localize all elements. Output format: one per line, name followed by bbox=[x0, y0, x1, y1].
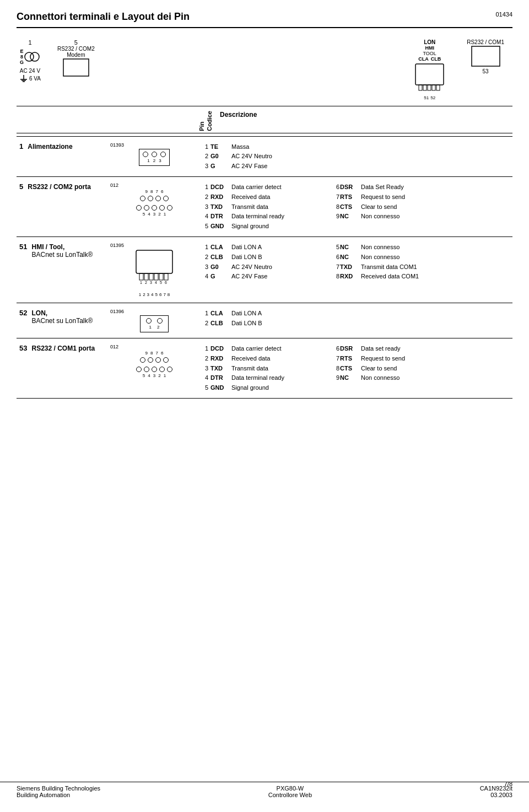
lon-pin-1 bbox=[146, 318, 152, 324]
db9-top-nums2: 9876 bbox=[145, 351, 164, 356]
pin-num: 2 bbox=[198, 252, 209, 262]
svg-rect-7 bbox=[415, 64, 444, 85]
pin-num: 4 bbox=[198, 272, 209, 282]
sec53-pins: 1 DCD Data carrier detect 6 DSR Data set… bbox=[198, 344, 512, 392]
sec51-pins: 1 CLA Dati LON A 5 NC Non connesso 2 CLB… bbox=[198, 243, 512, 281]
pin-desc2: Data Set Ready bbox=[361, 182, 512, 192]
pin-desc2: Transmit data COM1 bbox=[361, 262, 512, 272]
pin-num2: 9 bbox=[328, 212, 339, 222]
db9b-pin-5 bbox=[136, 367, 142, 372]
pin-num2: 6 bbox=[328, 182, 339, 192]
pin-row: 5 GND Signal ground bbox=[198, 383, 512, 393]
pin-circle-3 bbox=[160, 152, 166, 157]
footer-company2: Building Automation bbox=[17, 792, 100, 798]
pin-code: G0 bbox=[209, 152, 231, 162]
clb-label: CLB bbox=[431, 56, 441, 62]
pin-num2: 6 bbox=[328, 344, 339, 354]
lon-block: LON HMI TOOL CLA CLB bbox=[414, 39, 504, 100]
pin-code2: DSR bbox=[339, 344, 361, 354]
pin-row: 3 G0 AC 24V Neutro 7 TXD Transmit data C… bbox=[198, 262, 512, 272]
db9-pin-9 bbox=[140, 196, 145, 201]
lon-pin-label-2: 2 bbox=[157, 325, 159, 330]
sec5-pins: 1 DCD Data carrier detect 6 DSR Data Set… bbox=[198, 182, 512, 231]
pin-code: CLB bbox=[209, 252, 231, 262]
svg-rect-17 bbox=[149, 273, 153, 280]
pin-desc2: Non connesso bbox=[361, 252, 512, 262]
db9-top-row bbox=[140, 196, 169, 201]
pin-row: 1 CLA Dati LON A 5 NC Non connesso bbox=[198, 243, 512, 252]
section-label-hmitool: 51 HMI / Tool, BACnet su LonTalk® bbox=[17, 243, 110, 259]
pin-code2: NC bbox=[339, 243, 361, 252]
svg-text:1: 1 bbox=[140, 281, 142, 284]
pin-desc: Data terminal ready bbox=[231, 373, 328, 383]
section-label-lon: 52 LON, BACnet su LonTalk® bbox=[17, 309, 110, 325]
svg-text:4: 4 bbox=[155, 281, 157, 284]
footer-right: CA1N9232it 03.2003 bbox=[480, 785, 512, 798]
pin-code: CLA bbox=[209, 309, 231, 319]
footer-model: PXG80-W bbox=[268, 785, 312, 792]
pin-desc2: Clear to send bbox=[361, 202, 512, 212]
pin-num2: 8 bbox=[328, 202, 339, 212]
sec5-num: 5 bbox=[19, 182, 23, 191]
pin-label-3: 3 bbox=[159, 158, 161, 163]
svg-rect-12 bbox=[436, 85, 440, 90]
sec53-code: 012 bbox=[110, 344, 118, 349]
footer-left: Siemens Building Technologies Building A… bbox=[17, 785, 100, 798]
section-label-rs232com1: 53 RS232 / COM1 porta bbox=[17, 344, 110, 352]
ac-label: AC 24 V bbox=[20, 68, 40, 74]
pin-row: 1 TE Massa bbox=[198, 142, 512, 152]
db9-bot-row2 bbox=[136, 367, 172, 372]
svg-rect-11 bbox=[432, 85, 435, 90]
pin-code: G0 bbox=[209, 262, 231, 272]
section-alimentazione: 1 Alimentazione 01393 1 bbox=[17, 136, 512, 177]
pin-num: 1 bbox=[198, 344, 209, 354]
pin-code: DCD bbox=[209, 344, 231, 354]
pin-num: 5 bbox=[198, 383, 209, 393]
pin-code: DTR bbox=[209, 373, 231, 383]
pin-row: 4 DTR Data terminal ready 9 NC Non conne… bbox=[198, 373, 512, 383]
db9-pin-4 bbox=[144, 205, 149, 211]
sec52-num: 52 bbox=[19, 309, 27, 317]
db9b-pin-1 bbox=[167, 367, 172, 372]
db9-bot-nums: 54321 bbox=[143, 212, 166, 217]
descrizione-header: Descrizione bbox=[217, 111, 257, 131]
pin-code2: NC bbox=[339, 212, 361, 222]
pin-num: 3 bbox=[198, 262, 209, 272]
svg-rect-18 bbox=[154, 273, 158, 280]
lon-pin-label-1: 1 bbox=[149, 325, 152, 330]
pin-num2: 8 bbox=[328, 364, 339, 374]
db9-pin-5 bbox=[136, 205, 142, 211]
pin-num: 1 bbox=[198, 243, 209, 252]
num52: 52 bbox=[430, 95, 435, 100]
pin-desc: Data terminal ready bbox=[231, 212, 328, 222]
pin-num: 4 bbox=[198, 373, 209, 383]
pin-code: GND bbox=[209, 383, 231, 393]
pin-desc: Received data bbox=[231, 192, 328, 202]
hmi-rj-connector-icon bbox=[414, 63, 445, 93]
svg-point-1 bbox=[30, 52, 39, 61]
ground-icon bbox=[19, 74, 28, 83]
pin-row: 2 G0 AC 24V Neutro bbox=[198, 152, 512, 162]
rj45-connector-icon: 1 2 3 4 5 6 bbox=[135, 249, 174, 285]
section-label-rs232com2: 5 RS232 / COM2 porta bbox=[17, 182, 110, 191]
sec1-connector: 01393 1 2 3 bbox=[110, 142, 198, 166]
pin-desc: AC 24V Fase bbox=[231, 162, 328, 171]
pin-desc: Dati LON A bbox=[231, 243, 328, 252]
db9-pin-6 bbox=[163, 196, 169, 201]
2pin-connector-icon: 1 2 bbox=[140, 315, 169, 332]
pin-row: 1 DCD Data carrier detect 6 DSR Data set… bbox=[198, 344, 512, 354]
sec5-title: RS232 / COM2 porta bbox=[28, 183, 91, 191]
pin-code: TXD bbox=[209, 202, 231, 212]
db9b-pin-7 bbox=[155, 357, 161, 363]
pin-circle-1 bbox=[143, 152, 148, 157]
page-title: Connettori terminali e Layout dei Pin bbox=[17, 11, 512, 28]
sec51-num: 51 bbox=[19, 243, 27, 251]
pin-desc2: Request to send bbox=[361, 354, 512, 364]
sec51-connector: 01395 1 2 bbox=[110, 243, 198, 297]
pin-row: 3 TXD Transmit data 8 CTS Clear to send bbox=[198, 364, 512, 374]
pin-desc: Data carrier detect bbox=[231, 344, 328, 354]
footer-company1: Siemens Building Technologies bbox=[17, 785, 100, 792]
pin-row: 3 TXD Transmit data 8 CTS Clear to send bbox=[198, 202, 512, 212]
pin-desc: Transmit data bbox=[231, 202, 328, 212]
svg-text:6: 6 bbox=[165, 281, 167, 284]
